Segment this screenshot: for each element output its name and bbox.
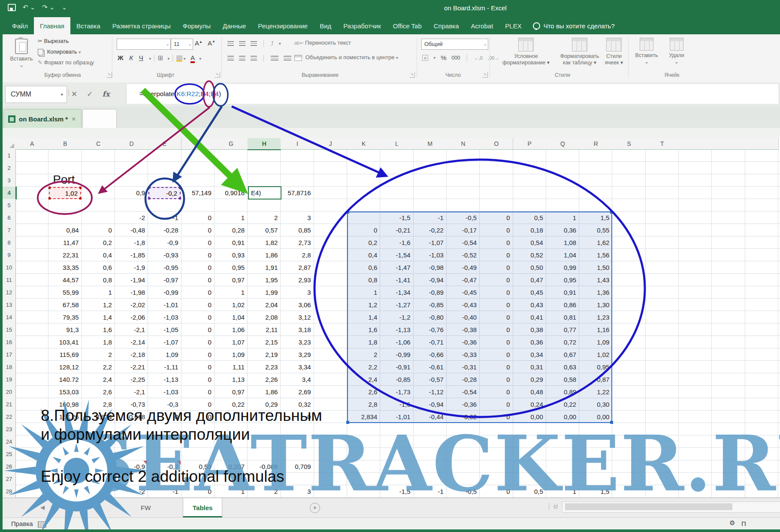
orientation-icon[interactable]: ⤴ [271,40,274,47]
cell-F9[interactable]: 0 [181,249,215,261]
ribbon-tab-вставка[interactable]: Вставка [70,17,106,34]
cell-B3[interactable]: Port [48,172,115,185]
cell-I17[interactable]: 3,29 [281,348,314,361]
cell-D8[interactable]: -1,8 [115,236,148,249]
align-right-icon[interactable] [251,56,257,60]
cell-F12[interactable]: 0 [181,286,215,299]
cell-B19[interactable]: 140.72 [48,373,82,386]
font-dialog-launcher[interactable]: ↘ [215,72,220,78]
ribbon-tab-файл[interactable]: Файл [6,17,34,34]
row-header-4[interactable]: 4 [3,187,17,200]
cell-styles-button[interactable]: Стилиячеек ▾ [602,38,626,66]
percent-style-button[interactable]: % [441,54,446,61]
cancel-icon[interactable]: ✕ [71,90,77,99]
cell-H8[interactable]: 1,82 [248,236,281,249]
cell-C17[interactable]: 2 [82,348,115,361]
cell-G17[interactable]: 1,09 [215,348,248,361]
row-header-6[interactable]: 6 [3,212,16,224]
cell-C15[interactable]: 1,6 [82,323,115,336]
cell-E18[interactable]: -1,11 [148,361,181,373]
cell-H18[interactable]: 2,23 [248,361,281,373]
paste-button[interactable]: Вставить⌄ [9,39,34,69]
cell-F11[interactable]: 0 [181,274,215,286]
cell-D7[interactable]: -0,48 [115,224,148,236]
cell-G12[interactable]: 1 [215,286,248,299]
cell-H19[interactable]: 2,26 [248,373,281,386]
font-color-icon[interactable]: А [190,54,195,63]
cell-C8[interactable]: 0,2 [82,236,115,249]
align-left-icon[interactable] [227,56,234,60]
row-header-13[interactable]: 13 [3,299,16,311]
row-header-8[interactable]: 8 [3,236,16,249]
cell-F15[interactable]: 0 [181,323,215,336]
cell-F10[interactable]: 0 [181,261,215,274]
column-header-A[interactable]: A [15,138,49,150]
cell-E9[interactable]: -0,93 [148,249,181,261]
cell-C19[interactable]: 2,4 [82,373,115,386]
cell-I6[interactable]: 3 [281,212,314,224]
ribbon-tab-разработчик[interactable]: Разработчик [337,17,387,34]
cell-C16[interactable]: 1,8 [82,336,115,348]
cell-B17[interactable]: 115,69 [48,348,82,361]
cell-I16[interactable]: 3,23 [281,336,314,348]
row-header-2[interactable]: 2 [3,162,16,175]
cell-B4-reference[interactable]: 1,02 [49,187,81,199]
active-cell-H4[interactable]: E4) [248,186,281,200]
name-box[interactable]: СУММ▾ [5,86,67,103]
number-format-combo[interactable]: Общий⌄ [421,39,488,50]
format-painter-button[interactable]: ✎ Формат по образцу [38,59,94,66]
ribbon-tab-acrobat[interactable]: Acrobat [465,17,499,34]
cell-C14[interactable]: 1,4 [82,311,115,323]
cell-F14[interactable]: 0 [181,311,215,323]
cell-G4[interactable]: 0,9018 [215,187,248,199]
insert-cells-button[interactable]: Вставить⌄ [633,38,660,65]
column-header-B[interactable]: B [48,138,82,150]
underline-button[interactable]: Ч [139,54,143,61]
row-header-14[interactable]: 14 [3,311,16,324]
decrease-indent-icon[interactable] [271,56,278,60]
shrink-font-button[interactable]: А▼ [208,39,215,47]
save-icon[interactable] [8,4,16,11]
align-center-icon[interactable] [239,56,245,60]
document-tab-new[interactable] [82,109,117,128]
align-top-icon[interactable] [227,41,234,46]
selected-range-K6-R22[interactable] [347,212,612,423]
column-header-K[interactable]: K [347,138,381,150]
qat-customize-icon[interactable]: ⌄ [62,3,67,11]
cell-C10[interactable]: 0,6 [82,261,115,274]
column-header-L[interactable]: L [380,138,414,150]
format-as-table-button[interactable]: Форматироватькак таблицу ▾ [556,38,603,66]
column-header-V[interactable] [712,138,745,150]
row-header-7[interactable]: 7 [3,224,16,237]
ribbon-tab-разметка-страницы[interactable]: Разметка страницы [106,17,177,34]
cell-D20[interactable]: -2,1 [115,386,148,398]
cell-C12[interactable]: 1 [82,286,115,299]
column-header-G[interactable]: G [215,138,248,150]
borders-icon[interactable]: ⊞ [158,54,163,61]
cell-D12[interactable]: -1,98 [115,286,148,299]
copy-button[interactable]: Копировать ▾ [38,48,81,55]
cell-E6[interactable]: -1 [148,212,181,224]
cell-H9[interactable]: 1,86 [248,249,281,261]
cell-D17[interactable]: -2,18 [115,348,148,361]
cell-G9[interactable]: 0,93 [215,249,248,261]
cell-I18[interactable]: 3,34 [281,361,314,373]
cell-B20[interactable]: 153,03 [48,386,82,398]
cell-G10[interactable]: 0,95 [215,261,248,274]
column-header-M[interactable]: M [414,138,447,150]
column-header-S[interactable]: S [612,138,646,150]
ribbon-tab-главная[interactable]: Главная [34,17,70,34]
comma-style-button[interactable]: 000 [452,55,460,61]
cell-D10[interactable]: -1,9 [115,261,148,274]
cell-E20[interactable]: -1,03 [148,386,181,398]
ribbon-tab-office-tab[interactable]: Office Tab [387,17,428,34]
column-header-Q[interactable]: Q [546,138,580,150]
accounting-format-icon[interactable]: ¤ [422,55,428,61]
cell-E8[interactable]: -0,9 [148,236,181,249]
cell-E10[interactable]: -0,95 [148,261,181,274]
cell-H7[interactable]: 0,57 [248,224,281,236]
cell-B18[interactable]: 128,12 [48,361,82,373]
grow-font-button[interactable]: А▲ [195,39,203,47]
cell-B13[interactable]: 67,58 [48,299,82,311]
column-header-U[interactable] [679,138,712,150]
